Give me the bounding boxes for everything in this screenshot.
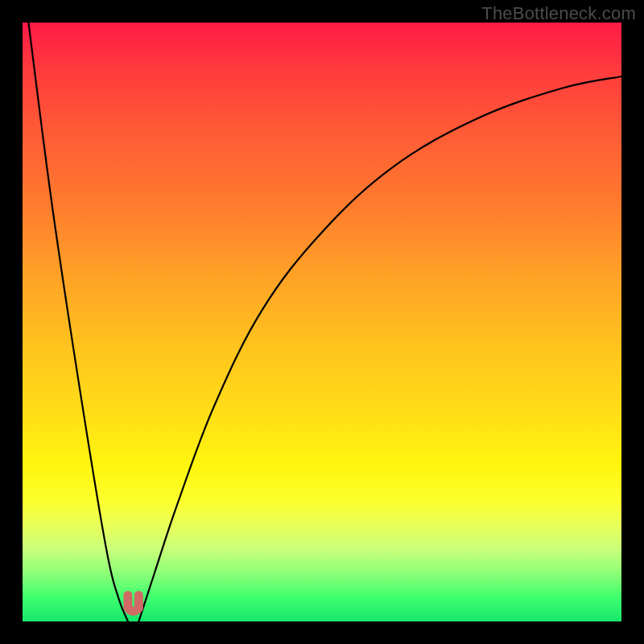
curve-svg [23, 23, 621, 621]
plot-area [23, 23, 621, 621]
chart-frame: TheBottleneck.com [0, 0, 644, 644]
curve-left-branch [28, 23, 127, 621]
curve-group [28, 23, 621, 621]
min-marker [128, 595, 138, 611]
watermark-text: TheBottleneck.com [481, 3, 636, 24]
curve-right-branch [138, 76, 621, 621]
